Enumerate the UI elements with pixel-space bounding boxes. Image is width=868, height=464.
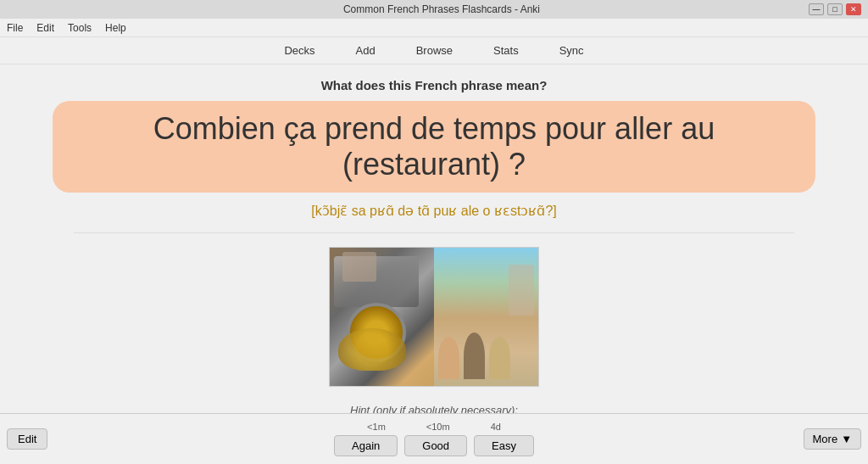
image-right [434,248,538,387]
timing-easy: 4d [491,422,501,432]
menu-tools[interactable]: Tools [68,22,92,34]
image-left [330,248,434,387]
nav-sync[interactable]: Sync [553,41,591,60]
nav-bar: Decks Add Browse Stats Sync [0,37,868,64]
card-image [329,247,539,387]
question-text: What does this French phrase mean? [321,78,548,92]
phonetic-text: [kɔ̃bjɛ̃ sa pʁɑ̃ də tɑ̃ puʁ ale o ʁɛstɔʁ… [311,203,556,219]
bottom-left: Edit [7,428,75,450]
title-bar: Common French Phrases Flashcards - Anki … [0,0,868,19]
menu-bar: File Edit Tools Help [0,19,868,37]
hint-label: Hint (only if absolutely necessary): [350,404,518,413]
french-phrase-box: Combien ça prend de temps pour aller au … [53,101,815,193]
more-label: More [813,433,838,445]
window-controls: — □ ✕ [809,3,861,15]
close-button[interactable]: ✕ [846,3,861,15]
bottom-bar: Edit <1m <10m 4d Again Good Easy More ▼ [0,413,868,464]
again-button[interactable]: Again [334,435,398,456]
card-area: What does this French phrase mean? Combi… [0,64,868,413]
answer-buttons: Again Good Easy [334,435,534,456]
timing-row: <1m <10m 4d [367,422,501,432]
window-title: Common French Phrases Flashcards - Anki [75,3,809,15]
maximize-button[interactable]: □ [827,3,843,15]
nav-browse[interactable]: Browse [409,41,459,60]
edit-button[interactable]: Edit [7,428,47,450]
menu-help[interactable]: Help [105,22,126,34]
good-button[interactable]: Good [404,435,467,456]
main-content: What does this French phrase mean? Combi… [0,64,868,413]
timing-good: <10m [426,422,450,432]
nav-decks[interactable]: Decks [277,41,321,60]
more-button[interactable]: More ▼ [804,428,862,450]
timing-again: <1m [367,422,386,432]
nav-stats[interactable]: Stats [487,41,526,60]
divider [74,232,794,233]
more-arrow-icon: ▼ [841,433,852,445]
easy-button[interactable]: Easy [474,435,534,456]
bottom-right: More ▼ [793,428,861,450]
minimize-button[interactable]: — [809,3,824,15]
menu-edit[interactable]: Edit [36,22,54,34]
nav-add[interactable]: Add [349,41,382,60]
french-phrase: Combien ça prend de temps pour aller au … [153,111,715,182]
menu-file[interactable]: File [7,22,23,34]
bottom-center: <1m <10m 4d Again Good Easy [75,422,793,456]
